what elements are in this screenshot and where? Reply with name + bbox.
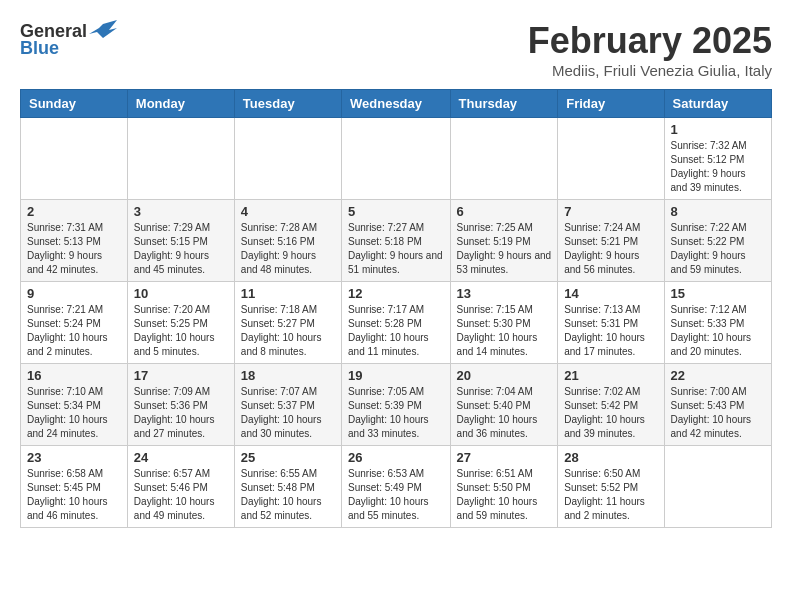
table-row <box>664 446 771 528</box>
table-row: 27Sunrise: 6:51 AM Sunset: 5:50 PM Dayli… <box>450 446 558 528</box>
day-info: Sunrise: 7:29 AM Sunset: 5:15 PM Dayligh… <box>134 221 228 277</box>
day-info: Sunrise: 7:31 AM Sunset: 5:13 PM Dayligh… <box>27 221 121 277</box>
day-number: 8 <box>671 204 765 219</box>
table-row: 8Sunrise: 7:22 AM Sunset: 5:22 PM Daylig… <box>664 200 771 282</box>
day-number: 5 <box>348 204 444 219</box>
day-info: Sunrise: 7:25 AM Sunset: 5:19 PM Dayligh… <box>457 221 552 277</box>
table-row <box>342 118 451 200</box>
table-row: 23Sunrise: 6:58 AM Sunset: 5:45 PM Dayli… <box>21 446 128 528</box>
day-info: Sunrise: 7:13 AM Sunset: 5:31 PM Dayligh… <box>564 303 657 359</box>
day-number: 21 <box>564 368 657 383</box>
table-row: 4Sunrise: 7:28 AM Sunset: 5:16 PM Daylig… <box>234 200 341 282</box>
day-number: 24 <box>134 450 228 465</box>
day-number: 4 <box>241 204 335 219</box>
table-row <box>21 118 128 200</box>
calendar-header-row: Sunday Monday Tuesday Wednesday Thursday… <box>21 90 772 118</box>
day-number: 2 <box>27 204 121 219</box>
calendar-week-row: 16Sunrise: 7:10 AM Sunset: 5:34 PM Dayli… <box>21 364 772 446</box>
calendar-week-row: 23Sunrise: 6:58 AM Sunset: 5:45 PM Dayli… <box>21 446 772 528</box>
table-row <box>450 118 558 200</box>
day-info: Sunrise: 7:17 AM Sunset: 5:28 PM Dayligh… <box>348 303 444 359</box>
logo-blue-text: Blue <box>20 38 59 59</box>
day-info: Sunrise: 7:09 AM Sunset: 5:36 PM Dayligh… <box>134 385 228 441</box>
day-info: Sunrise: 7:07 AM Sunset: 5:37 PM Dayligh… <box>241 385 335 441</box>
calendar-week-row: 2Sunrise: 7:31 AM Sunset: 5:13 PM Daylig… <box>21 200 772 282</box>
day-number: 12 <box>348 286 444 301</box>
table-row: 5Sunrise: 7:27 AM Sunset: 5:18 PM Daylig… <box>342 200 451 282</box>
day-number: 28 <box>564 450 657 465</box>
table-row: 13Sunrise: 7:15 AM Sunset: 5:30 PM Dayli… <box>450 282 558 364</box>
day-number: 17 <box>134 368 228 383</box>
table-row: 17Sunrise: 7:09 AM Sunset: 5:36 PM Dayli… <box>127 364 234 446</box>
calendar-week-row: 9Sunrise: 7:21 AM Sunset: 5:24 PM Daylig… <box>21 282 772 364</box>
day-number: 6 <box>457 204 552 219</box>
table-row: 6Sunrise: 7:25 AM Sunset: 5:19 PM Daylig… <box>450 200 558 282</box>
day-info: Sunrise: 6:53 AM Sunset: 5:49 PM Dayligh… <box>348 467 444 523</box>
table-row: 20Sunrise: 7:04 AM Sunset: 5:40 PM Dayli… <box>450 364 558 446</box>
day-info: Sunrise: 7:32 AM Sunset: 5:12 PM Dayligh… <box>671 139 765 195</box>
day-number: 9 <box>27 286 121 301</box>
table-row: 2Sunrise: 7:31 AM Sunset: 5:13 PM Daylig… <box>21 200 128 282</box>
location-text: Mediis, Friuli Venezia Giulia, Italy <box>528 62 772 79</box>
table-row: 16Sunrise: 7:10 AM Sunset: 5:34 PM Dayli… <box>21 364 128 446</box>
table-row: 15Sunrise: 7:12 AM Sunset: 5:33 PM Dayli… <box>664 282 771 364</box>
table-row: 18Sunrise: 7:07 AM Sunset: 5:37 PM Dayli… <box>234 364 341 446</box>
day-info: Sunrise: 7:20 AM Sunset: 5:25 PM Dayligh… <box>134 303 228 359</box>
col-tuesday: Tuesday <box>234 90 341 118</box>
day-number: 11 <box>241 286 335 301</box>
day-number: 13 <box>457 286 552 301</box>
table-row: 12Sunrise: 7:17 AM Sunset: 5:28 PM Dayli… <box>342 282 451 364</box>
day-number: 7 <box>564 204 657 219</box>
table-row: 28Sunrise: 6:50 AM Sunset: 5:52 PM Dayli… <box>558 446 664 528</box>
table-row <box>127 118 234 200</box>
table-row: 10Sunrise: 7:20 AM Sunset: 5:25 PM Dayli… <box>127 282 234 364</box>
day-number: 14 <box>564 286 657 301</box>
day-info: Sunrise: 6:55 AM Sunset: 5:48 PM Dayligh… <box>241 467 335 523</box>
day-number: 20 <box>457 368 552 383</box>
day-number: 27 <box>457 450 552 465</box>
table-row: 14Sunrise: 7:13 AM Sunset: 5:31 PM Dayli… <box>558 282 664 364</box>
day-info: Sunrise: 7:21 AM Sunset: 5:24 PM Dayligh… <box>27 303 121 359</box>
day-info: Sunrise: 6:58 AM Sunset: 5:45 PM Dayligh… <box>27 467 121 523</box>
title-section: February 2025 Mediis, Friuli Venezia Giu… <box>528 20 772 79</box>
logo: General Blue <box>20 20 117 59</box>
logo-bird-icon <box>89 20 117 42</box>
table-row: 7Sunrise: 7:24 AM Sunset: 5:21 PM Daylig… <box>558 200 664 282</box>
svg-marker-0 <box>89 20 117 38</box>
day-info: Sunrise: 7:27 AM Sunset: 5:18 PM Dayligh… <box>348 221 444 277</box>
table-row: 25Sunrise: 6:55 AM Sunset: 5:48 PM Dayli… <box>234 446 341 528</box>
day-number: 15 <box>671 286 765 301</box>
table-row: 9Sunrise: 7:21 AM Sunset: 5:24 PM Daylig… <box>21 282 128 364</box>
page-header: General Blue February 2025 Mediis, Friul… <box>20 20 772 79</box>
day-info: Sunrise: 7:10 AM Sunset: 5:34 PM Dayligh… <box>27 385 121 441</box>
day-info: Sunrise: 7:28 AM Sunset: 5:16 PM Dayligh… <box>241 221 335 277</box>
day-number: 19 <box>348 368 444 383</box>
day-info: Sunrise: 6:51 AM Sunset: 5:50 PM Dayligh… <box>457 467 552 523</box>
table-row <box>558 118 664 200</box>
col-friday: Friday <box>558 90 664 118</box>
day-number: 16 <box>27 368 121 383</box>
day-info: Sunrise: 7:18 AM Sunset: 5:27 PM Dayligh… <box>241 303 335 359</box>
day-number: 22 <box>671 368 765 383</box>
table-row: 24Sunrise: 6:57 AM Sunset: 5:46 PM Dayli… <box>127 446 234 528</box>
table-row <box>234 118 341 200</box>
day-info: Sunrise: 7:22 AM Sunset: 5:22 PM Dayligh… <box>671 221 765 277</box>
day-info: Sunrise: 6:57 AM Sunset: 5:46 PM Dayligh… <box>134 467 228 523</box>
col-wednesday: Wednesday <box>342 90 451 118</box>
day-info: Sunrise: 7:24 AM Sunset: 5:21 PM Dayligh… <box>564 221 657 277</box>
calendar-table: Sunday Monday Tuesday Wednesday Thursday… <box>20 89 772 528</box>
day-number: 23 <box>27 450 121 465</box>
table-row: 1Sunrise: 7:32 AM Sunset: 5:12 PM Daylig… <box>664 118 771 200</box>
col-thursday: Thursday <box>450 90 558 118</box>
day-number: 10 <box>134 286 228 301</box>
col-monday: Monday <box>127 90 234 118</box>
table-row: 11Sunrise: 7:18 AM Sunset: 5:27 PM Dayli… <box>234 282 341 364</box>
col-saturday: Saturday <box>664 90 771 118</box>
day-number: 18 <box>241 368 335 383</box>
day-number: 25 <box>241 450 335 465</box>
day-info: Sunrise: 7:05 AM Sunset: 5:39 PM Dayligh… <box>348 385 444 441</box>
table-row: 21Sunrise: 7:02 AM Sunset: 5:42 PM Dayli… <box>558 364 664 446</box>
table-row: 3Sunrise: 7:29 AM Sunset: 5:15 PM Daylig… <box>127 200 234 282</box>
table-row: 22Sunrise: 7:00 AM Sunset: 5:43 PM Dayli… <box>664 364 771 446</box>
day-info: Sunrise: 7:15 AM Sunset: 5:30 PM Dayligh… <box>457 303 552 359</box>
